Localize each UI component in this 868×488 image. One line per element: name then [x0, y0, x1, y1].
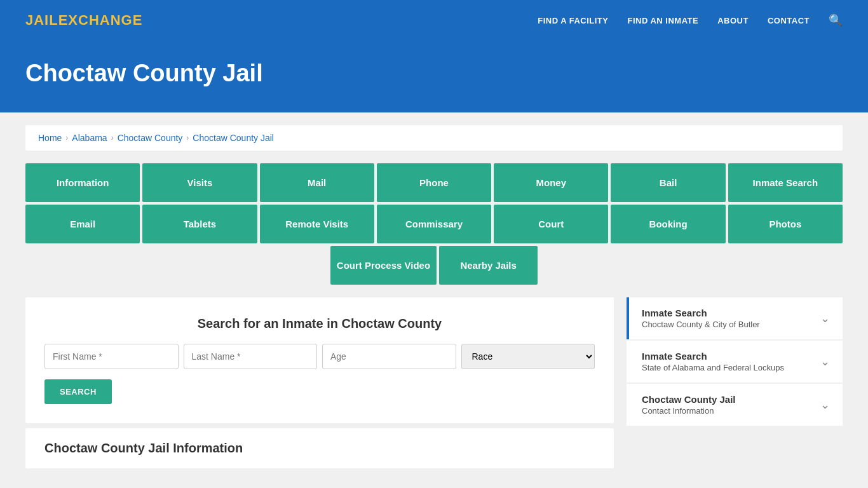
btn-visits[interactable]: Visits	[142, 163, 257, 202]
main-section: Search for an Inmate in Choctaw County R…	[25, 297, 843, 468]
nav-contact[interactable]: CONTACT	[768, 16, 810, 25]
sidebar-item-0[interactable]: Inmate Search Choctaw County & City of B…	[627, 297, 843, 339]
btn-court[interactable]: Court	[494, 205, 608, 243]
last-name-input[interactable]	[184, 344, 318, 369]
age-input[interactable]	[322, 344, 456, 369]
sidebar-item-2-sub: Contact Information	[642, 406, 736, 416]
grid-row3: Court Process Video Nearby Jails	[25, 246, 843, 285]
breadcrumb-sep2: ›	[111, 133, 114, 142]
grid-row1: Information Visits Mail Phone Money Bail…	[25, 163, 843, 202]
btn-money[interactable]: Money	[494, 163, 608, 202]
btn-tablets[interactable]: Tablets	[142, 205, 257, 243]
btn-bail[interactable]: Bail	[611, 163, 725, 202]
breadcrumb: Home › Alabama › Choctaw County › Chocta…	[25, 125, 843, 151]
nav-find-inmate[interactable]: FIND AN INMATE	[627, 16, 698, 25]
btn-nearby-jails[interactable]: Nearby Jails	[439, 246, 538, 285]
btn-remote-visits[interactable]: Remote Visits	[260, 205, 374, 243]
search-icon-button[interactable]: 🔍	[829, 13, 843, 27]
btn-mail[interactable]: Mail	[260, 163, 374, 202]
nav-about[interactable]: ABOUT	[717, 16, 749, 25]
btn-commissary[interactable]: Commissary	[377, 205, 491, 243]
btn-court-process-video[interactable]: Court Process Video	[330, 246, 437, 285]
breadcrumb-sep3: ›	[186, 133, 189, 142]
sidebar-item-0-title: Inmate Search	[642, 308, 760, 318]
btn-email[interactable]: Email	[25, 205, 140, 243]
content-area: Home › Alabama › Choctaw County › Chocta…	[0, 112, 868, 487]
sidebar-item-0-sub: Choctaw County & City of Butler	[642, 320, 760, 329]
jail-info-title: Choctaw County Jail Information	[44, 441, 595, 456]
logo-part2: EXCHANGE	[58, 12, 143, 28]
logo: JAILEXCHANGE	[25, 12, 142, 29]
btn-phone[interactable]: Phone	[377, 163, 491, 202]
breadcrumb-county[interactable]: Choctaw County	[118, 133, 183, 143]
main-nav: FIND A FACILITY FIND AN INMATE ABOUT CON…	[538, 13, 843, 27]
breadcrumb-current: Choctaw County Jail	[193, 133, 274, 143]
chevron-icon-2: ⌄	[820, 398, 830, 412]
nav-find-facility[interactable]: FIND A FACILITY	[538, 16, 608, 25]
search-form: Race	[44, 344, 595, 369]
btn-information[interactable]: Information	[25, 163, 140, 202]
sidebar-item-1[interactable]: Inmate Search State of Alabama and Feder…	[627, 341, 843, 383]
btn-booking[interactable]: Booking	[611, 205, 725, 243]
breadcrumb-alabama[interactable]: Alabama	[72, 133, 107, 143]
first-name-input[interactable]	[44, 344, 179, 369]
sidebar-item-1-title: Inmate Search	[642, 351, 784, 362]
search-title: Search for an Inmate in Choctaw County	[44, 316, 595, 331]
sidebar-item-1-sub: State of Alabama and Federal Lockups	[642, 363, 784, 372]
page-title: Choctaw County Jail	[25, 60, 843, 87]
sidebar: Inmate Search Choctaw County & City of B…	[627, 297, 843, 468]
race-select[interactable]: Race	[461, 344, 595, 369]
chevron-icon-1: ⌄	[820, 355, 830, 369]
btn-photos[interactable]: Photos	[728, 205, 843, 243]
btn-inmate-search[interactable]: Inmate Search	[728, 163, 843, 202]
breadcrumb-home[interactable]: Home	[38, 133, 62, 143]
search-button[interactable]: SEARCH	[44, 379, 112, 404]
sidebar-item-2-title: Choctaw County Jail	[642, 394, 736, 405]
hero-section: Choctaw County Jail	[0, 41, 868, 112]
header: JAILEXCHANGE FIND A FACILITY FIND AN INM…	[0, 0, 868, 41]
grid-row2: Email Tablets Remote Visits Commissary C…	[25, 205, 843, 243]
search-panel: Search for an Inmate in Choctaw County R…	[25, 297, 614, 423]
chevron-icon-0: ⌄	[820, 311, 830, 325]
logo-part1: JAIL	[25, 12, 58, 28]
jail-info-preview: Choctaw County Jail Information	[25, 428, 614, 468]
breadcrumb-sep1: ›	[65, 133, 68, 142]
sidebar-item-2[interactable]: Choctaw County Jail Contact Information …	[627, 384, 843, 426]
